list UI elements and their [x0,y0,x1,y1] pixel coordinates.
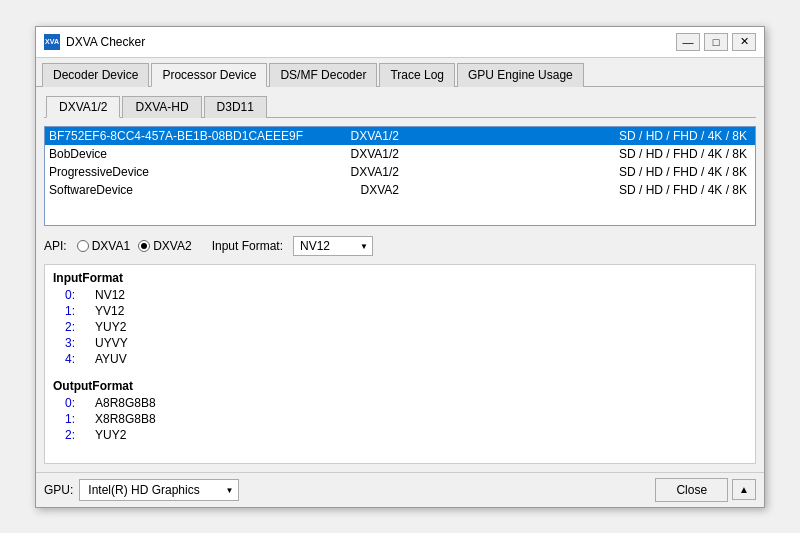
device-api: DXVA1/2 [329,129,399,143]
input-format-select[interactable]: NV12 [293,236,373,256]
radio-dxva2[interactable]: DXVA2 [138,239,191,253]
format-row: 3: UYVY [45,335,755,351]
format-index: 2: [65,320,95,334]
input-format-select-wrapper: NV12 [293,236,373,256]
format-row: 4: AYUV [45,351,755,367]
device-list[interactable]: BF752EF6-8CC4-457A-BE1B-08BD1CAEEE9F DXV… [44,126,756,226]
title-bar-left: XVA DXVA Checker [44,34,145,50]
device-api: DXVA1/2 [329,147,399,161]
subtab-d3d11[interactable]: D3D11 [204,96,267,118]
format-row: 2: YUY2 [45,319,755,335]
format-index: 4: [65,352,95,366]
format-value: A8R8G8B8 [95,396,156,410]
format-index: 1: [65,304,95,318]
format-value: YUY2 [95,320,126,334]
api-radio-group: DXVA1 DXVA2 [77,239,192,253]
format-value: NV12 [95,288,125,302]
device-api: DXVA1/2 [329,165,399,179]
radio-circle-dxva1 [77,240,89,252]
device-res: SD / HD / FHD / 4K / 8K [399,129,751,143]
gpu-label: GPU: [44,483,73,497]
tab-trace[interactable]: Trace Log [379,63,455,87]
format-row: 1: X8R8G8B8 [45,411,755,427]
subtab-dxvahd[interactable]: DXVA-HD [122,96,201,118]
api-label: API: [44,239,67,253]
radio-label-dxva1: DXVA1 [92,239,130,253]
device-name: SoftwareDevice [49,183,329,197]
title-controls: — □ ✕ [676,33,756,51]
close-button[interactable]: Close [655,478,728,502]
format-value: AYUV [95,352,127,366]
tab-processor[interactable]: Processor Device [151,63,267,87]
bottom-bar: GPU: Intel(R) HD Graphics Close ▲ [36,472,764,507]
format-index: 0: [65,288,95,302]
device-name: BF752EF6-8CC4-457A-BE1B-08BD1CAEEE9F [49,129,329,143]
title-bar: XVA DXVA Checker — □ ✕ [36,27,764,58]
radio-circle-dxva2 [138,240,150,252]
content-area: DXVA1/2 DXVA-HD D3D11 BF752EF6-8CC4-457A… [36,87,764,472]
device-row[interactable]: ProgressiveDevice DXVA1/2 SD / HD / FHD … [45,163,755,181]
minimize-button[interactable]: — [676,33,700,51]
format-value: YUY2 [95,428,126,442]
format-value: X8R8G8B8 [95,412,156,426]
format-index: 0: [65,396,95,410]
window-title: DXVA Checker [66,35,145,49]
app-icon: XVA [44,34,60,50]
api-row: API: DXVA1 DXVA2 Input Format: NV12 [44,236,756,256]
input-format-label: Input Format: [212,239,283,253]
format-row: 0: NV12 [45,287,755,303]
format-index: 1: [65,412,95,426]
device-res: SD / HD / FHD / 4K / 8K [399,165,751,179]
input-format-section-title: InputFormat [45,269,755,287]
gpu-select-wrapper: Intel(R) HD Graphics [79,479,239,501]
format-panel[interactable]: InputFormat 0: NV12 1: YV12 2: YUY2 3: U… [44,264,756,464]
tab-decoder[interactable]: Decoder Device [42,63,149,87]
tab-dsmf[interactable]: DS/MF Decoder [269,63,377,87]
main-tab-bar: Decoder Device Processor Device DS/MF De… [36,58,764,87]
tab-gpu-engine[interactable]: GPU Engine Usage [457,63,584,87]
device-name: ProgressiveDevice [49,165,329,179]
device-row[interactable]: BobDevice DXVA1/2 SD / HD / FHD / 4K / 8… [45,145,755,163]
arrow-up-button[interactable]: ▲ [732,479,756,500]
format-row: 0: A8R8G8B8 [45,395,755,411]
device-row[interactable]: SoftwareDevice DXVA2 SD / HD / FHD / 4K … [45,181,755,199]
format-index: 3: [65,336,95,350]
window-close-button[interactable]: ✕ [732,33,756,51]
device-res: SD / HD / FHD / 4K / 8K [399,147,751,161]
radio-label-dxva2: DXVA2 [153,239,191,253]
main-window: XVA DXVA Checker — □ ✕ Decoder Device Pr… [35,26,765,508]
gpu-select[interactable]: Intel(R) HD Graphics [79,479,239,501]
maximize-button[interactable]: □ [704,33,728,51]
device-name: BobDevice [49,147,329,161]
format-index: 2: [65,428,95,442]
output-format-section-title: OutputFormat [45,377,755,395]
gpu-section: GPU: Intel(R) HD Graphics [44,479,239,501]
format-row: 1: YV12 [45,303,755,319]
format-row: 2: YUY2 [45,427,755,443]
device-api: DXVA2 [329,183,399,197]
radio-dxva1[interactable]: DXVA1 [77,239,130,253]
device-row[interactable]: BF752EF6-8CC4-457A-BE1B-08BD1CAEEE9F DXV… [45,127,755,145]
sub-tab-bar: DXVA1/2 DXVA-HD D3D11 [44,95,756,118]
bottom-right: Close ▲ [655,478,756,502]
format-value: YV12 [95,304,124,318]
device-res: SD / HD / FHD / 4K / 8K [399,183,751,197]
format-value: UYVY [95,336,128,350]
subtab-dxva12[interactable]: DXVA1/2 [46,96,120,118]
